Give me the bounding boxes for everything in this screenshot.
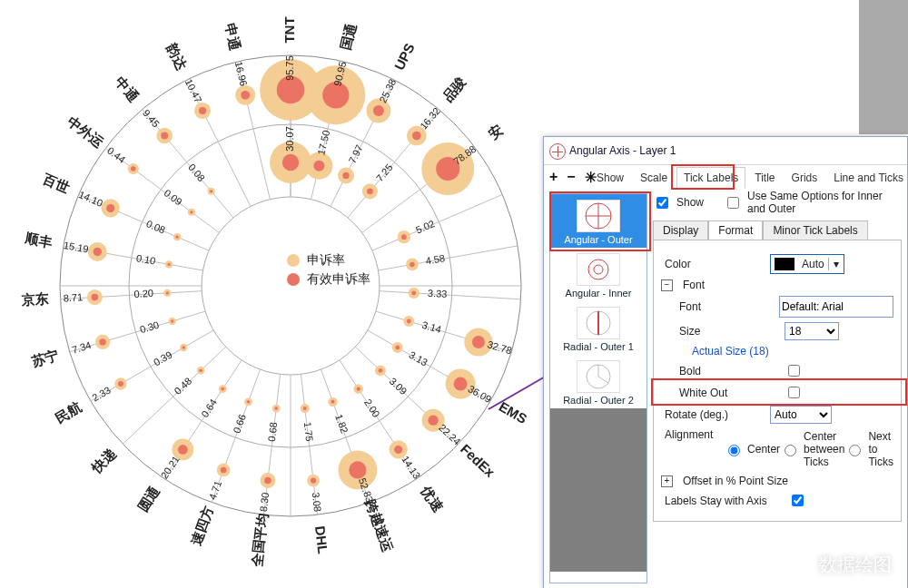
svg-point-59 [472, 336, 485, 348]
svg-line-12 [372, 194, 502, 250]
toolbar-add-icon[interactable]: + [549, 169, 558, 186]
offset-label: Offset in % Point Size [683, 475, 788, 487]
subtab-format[interactable]: Format [708, 220, 763, 240]
svg-text:圆通: 圆通 [134, 483, 163, 514]
svg-text:15.19: 15.19 [63, 240, 89, 255]
svg-text:中外运: 中外运 [65, 113, 108, 151]
tab-grids[interactable]: Grids [785, 167, 825, 189]
subtab-minor tick labels[interactable]: Minor Tick Labels [763, 220, 867, 240]
svg-text:32.78: 32.78 [486, 338, 513, 356]
svg-point-107 [166, 291, 169, 294]
tab-show[interactable]: Show [589, 167, 631, 189]
align-next-radio[interactable] [849, 445, 861, 456]
svg-text:0.10: 0.10 [135, 252, 156, 267]
svg-point-77 [331, 400, 334, 404]
svg-text:16.32: 16.32 [418, 105, 442, 132]
font-label: Font [661, 300, 774, 313]
alignment-radiogroup: Center Center between Ticks Next to Tick… [724, 428, 893, 470]
svg-text:25.38: 25.38 [377, 77, 398, 104]
watermark-text: 数据绘图 [819, 553, 892, 577]
svg-text:14.13: 14.13 [400, 454, 422, 481]
axis-item-1[interactable]: Angular - Inner [550, 248, 646, 301]
same-options-checkbox[interactable] [727, 197, 739, 209]
svg-point-43 [373, 105, 384, 116]
size-select[interactable]: 18 [785, 322, 839, 340]
dialog-title: Angular Axis - Layer 1 [569, 144, 676, 157]
color-label: Color [661, 258, 765, 270]
svg-text:UPS: UPS [391, 41, 418, 73]
svg-text:4.58: 4.58 [425, 252, 446, 267]
svg-text:TNT: TNT [281, 16, 297, 43]
actual-size-label: Actual Size (18) [661, 345, 893, 358]
axis-dialog: Angular Axis - Layer 1 + − ✳ ShowScaleTi… [543, 136, 908, 588]
tab-title[interactable]: Title [747, 167, 782, 189]
font-expander-icon[interactable]: − [661, 279, 673, 291]
svg-text:百世: 百世 [40, 171, 72, 196]
font-group-label: Font [683, 279, 705, 291]
rotate-select[interactable]: Auto [770, 406, 832, 424]
svg-line-24 [123, 347, 225, 444]
dialog-titlebar[interactable]: Angular Axis - Layer 1 [544, 137, 907, 165]
svg-point-91 [178, 445, 188, 455]
svg-point-57 [411, 290, 416, 295]
svg-text:10.47: 10.47 [183, 77, 204, 104]
svg-point-95 [199, 369, 202, 372]
align-center-radio[interactable] [728, 445, 740, 456]
tab-scale[interactable]: Scale [633, 167, 675, 189]
svg-text:7.97: 7.97 [347, 142, 365, 165]
svg-text:0.48: 0.48 [173, 376, 194, 397]
offset-expander-icon[interactable]: + [661, 475, 673, 487]
svg-text:14.10: 14.10 [77, 189, 104, 209]
svg-point-47 [412, 132, 421, 141]
whiteout-checkbox[interactable] [788, 387, 800, 398]
svg-line-207 [598, 377, 608, 383]
toolbar-remove-icon[interactable]: − [567, 169, 575, 186]
subtab-display[interactable]: Display [653, 220, 708, 240]
stay-checkbox[interactable] [792, 495, 804, 506]
svg-text:20.21: 20.21 [159, 454, 182, 481]
axis-item-0[interactable]: Angular - Outer [550, 194, 646, 248]
svg-text:0.30: 0.30 [139, 319, 161, 336]
svg-text:3.13: 3.13 [408, 349, 430, 368]
svg-text:16.96: 16.96 [233, 60, 250, 87]
svg-point-83 [264, 477, 271, 485]
sub-tabs: DisplayFormatMinor Tick Labels [653, 220, 902, 240]
stay-label: Labels Stay with Axis [661, 495, 783, 507]
svg-point-209 [802, 564, 809, 570]
svg-text:3.09: 3.09 [388, 376, 410, 397]
svg-point-71 [394, 446, 402, 454]
same-options-label: Use Same Options for Inner and Outer [747, 190, 902, 215]
svg-point-93 [222, 387, 225, 391]
font-field[interactable] [779, 296, 893, 318]
watermark: 数据绘图 [792, 553, 892, 577]
bold-checkbox[interactable] [788, 365, 800, 377]
size-label: Size [661, 325, 779, 338]
svg-point-105 [92, 294, 99, 301]
svg-point-69 [379, 368, 383, 373]
svg-point-99 [183, 346, 185, 348]
svg-point-53 [401, 234, 407, 240]
svg-text:1.75: 1.75 [302, 421, 315, 442]
dialog-tabs: ShowScaleTick LabelsTitleGridsLine and T… [589, 167, 907, 189]
svg-text:快递: 快递 [87, 445, 119, 475]
svg-point-45 [342, 172, 349, 179]
svg-point-127 [241, 91, 250, 100]
svg-point-97 [118, 381, 123, 387]
align-between-radio[interactable] [785, 445, 796, 456]
svg-text:国通: 国通 [338, 21, 360, 52]
tab-line and ticks[interactable]: Line and Ticks [826, 167, 908, 189]
show-checkbox[interactable] [656, 197, 668, 209]
svg-point-121 [161, 132, 168, 140]
svg-text:2.33: 2.33 [90, 385, 113, 404]
svg-text:95.75: 95.75 [284, 55, 295, 81]
color-picker[interactable]: Auto ▾ [770, 254, 844, 274]
svg-point-119 [190, 211, 192, 213]
axis-item-3[interactable]: Radial - Outer 2 [550, 355, 646, 408]
tab-tick labels[interactable]: Tick Labels [676, 167, 745, 189]
svg-point-41 [313, 161, 324, 172]
svg-text:0.08: 0.08 [144, 218, 166, 236]
legend-label-1: 申诉率 [307, 252, 345, 269]
legend-swatch-outer [287, 254, 300, 267]
axis-item-2[interactable]: Radial - Outer 1 [550, 301, 646, 355]
axis-list[interactable]: Angular - OuterAngular - InnerRadial - O… [549, 193, 647, 583]
